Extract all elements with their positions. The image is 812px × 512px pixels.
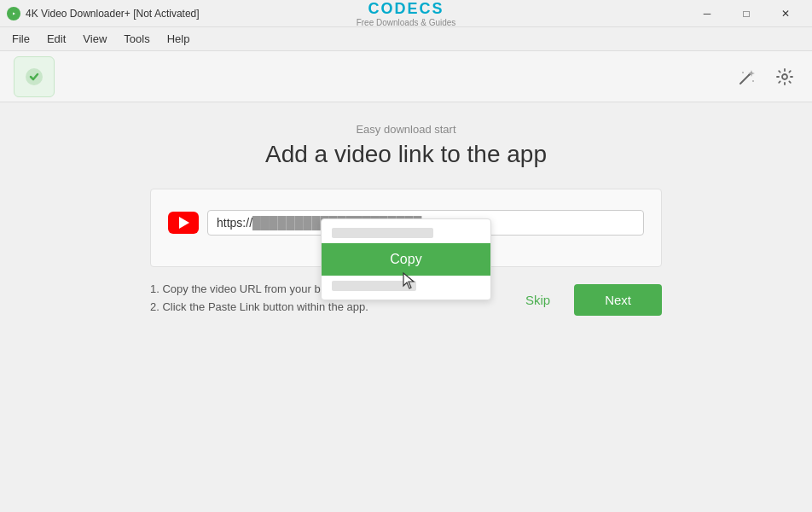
menu-file[interactable]: File [3,29,38,49]
main-content: Easy download start Add a video link to … [0,102,812,512]
toolbar-right [734,63,798,90]
app-title: 4K Video Downloader+ [Not Activated] [26,8,200,20]
minimize-button[interactable]: ─ [687,0,727,27]
menu-bar: File Edit View Tools Help [0,27,812,51]
gear-icon [775,67,794,86]
youtube-icon [168,212,199,234]
maximize-button[interactable]: □ [727,0,766,27]
codecs-sub: Free Downloads & Guides [357,18,456,27]
magic-wand-icon [738,67,757,86]
codecs-logo: CODECS [368,0,444,18]
settings-button[interactable] [771,63,798,90]
svg-point-1 [742,72,744,73]
context-menu: Copy [321,218,491,300]
next-button[interactable]: Next [574,284,662,316]
skip-button[interactable]: Skip [512,286,564,314]
svg-point-3 [782,74,787,79]
window-controls: ─ □ ✕ [687,0,805,27]
codecs-logo-text: CODECS [368,0,444,17]
menu-tools[interactable]: Tools [115,29,158,49]
copy-menu-item[interactable]: Copy [322,243,490,276]
paste-link-button[interactable] [14,56,55,97]
toolbar-left [14,56,55,97]
close-button[interactable]: ✕ [766,0,805,27]
menu-edit[interactable]: Edit [38,29,74,49]
context-menu-item-1 [332,228,433,238]
menu-view[interactable]: View [74,29,115,49]
demo-panel: https://████████████████████m Copy [150,189,662,267]
magic-wand-button[interactable] [734,63,761,90]
title-bar: 4K Video Downloader+ [Not Activated] COD… [0,0,812,27]
context-menu-overlay: Copy [321,218,491,300]
subtitle: Easy download start [356,123,455,136]
codecs-branding: CODECS Free Downloads & Guides [357,0,456,27]
menu-help[interactable]: Help [159,29,199,49]
app-icon [7,7,20,20]
svg-point-2 [752,80,754,82]
context-menu-item-2 [332,281,416,291]
main-title: Add a video link to the app [265,141,547,168]
instruction-step2: 2. Click the Paste Link button within th… [150,299,368,317]
title-bar-left: 4K Video Downloader+ [Not Activated] [7,7,200,20]
toolbar [0,51,812,102]
bottom-buttons: Skip Next [512,284,662,316]
paste-icon [24,67,44,87]
demo-browser-row: https://████████████████████m Copy [168,210,644,236]
